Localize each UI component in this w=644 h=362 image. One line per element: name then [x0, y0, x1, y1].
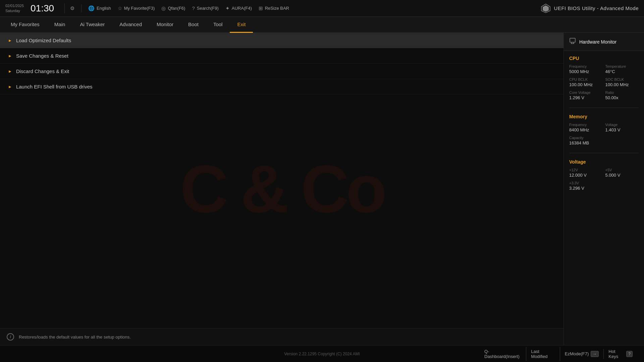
- hw-label-voltage-0-0: +12V: [569, 168, 603, 172]
- hw-row-cpu-1: CPU BCLK 100.00 MHz SOC BCLK 100.00 MHz: [569, 77, 639, 87]
- nav-item-ai-tweaker[interactable]: Ai Tweaker: [72, 17, 112, 33]
- hw-label-cpu-0-1: Temperature: [605, 64, 639, 68]
- qfan-label: Qfan(F6): [168, 6, 185, 11]
- hw-section-voltage: Voltage +12V 12.000 V +5V 5.000 V +3.3V …: [564, 155, 644, 197]
- asus-logo-icon: [541, 3, 551, 13]
- hw-row-memory-0: Frequency 8400 MHz Voltage 1.403 V: [569, 123, 639, 132]
- search-label: Search(F9): [197, 6, 219, 11]
- hw-row-voltage-1: +3.3V 3.296 V: [569, 181, 639, 191]
- hw-cell-memory-0-1: Voltage 1.403 V: [605, 123, 639, 132]
- menu-item-label: Save Changes & Reset: [16, 53, 68, 59]
- gear-icon: ⚙: [70, 5, 74, 11]
- search-icon: ?: [192, 5, 195, 11]
- clock-display: 01:30: [31, 3, 54, 14]
- hw-cell-cpu-2-0: Core Voltage 1.296 V: [569, 90, 603, 100]
- hw-cell-voltage-1-0: +3.3V 3.296 V: [569, 181, 603, 191]
- main-layout: C & Co ►Load Optimized Defaults►Save Cha…: [0, 33, 644, 345]
- globe-icon: 🌐: [88, 5, 95, 11]
- q-dashboard-label: Q-Dashboard(Insert): [484, 349, 521, 359]
- hw-section-divider: [569, 108, 639, 108]
- hw-cell-cpu-0-1: Temperature 46°C: [605, 64, 639, 74]
- hw-section-title-cpu: CPU: [569, 56, 639, 61]
- nav-item-boot[interactable]: Boot: [181, 17, 206, 33]
- menu-arrow-icon: ►: [8, 38, 12, 43]
- aura-tool[interactable]: ✦ AURA(F4): [225, 5, 252, 11]
- hw-monitor-title: Hardware Monitor: [579, 39, 616, 45]
- hw-value-voltage-1-0: 3.296 V: [569, 186, 603, 191]
- last-modified-label: Last Modified: [531, 349, 555, 359]
- footer-buttons: Q-Dashboard(Insert) Last Modified EzMode…: [480, 347, 637, 361]
- hw-value-memory-0-0: 8400 MHz: [569, 127, 603, 132]
- ez-mode-label: EzMode(F7): [565, 351, 589, 356]
- hw-label-voltage-0-1: +5V: [605, 168, 639, 172]
- hw-section-divider: [569, 153, 639, 153]
- hot-keys-button[interactable]: Hot Keys ?: [604, 347, 637, 361]
- myfav-tool[interactable]: ☆ My Favorite(F3): [118, 5, 155, 11]
- menu-item-load-defaults[interactable]: ►Load Optimized Defaults: [0, 33, 564, 48]
- hw-value-cpu-0-1: 46°C: [605, 69, 639, 74]
- logo-datetime: 02/01/2025Saturday 01:30: [5, 3, 59, 14]
- last-modified-button[interactable]: Last Modified: [526, 347, 560, 361]
- hw-value-cpu-1-1: 100.00 MHz: [605, 82, 639, 87]
- hw-cell-memory-1-0: Capacity 16384 MB: [569, 136, 603, 145]
- nav-item-exit[interactable]: Exit: [230, 17, 253, 33]
- hw-section-cpu: CPU Frequency 5000 MHz Temperature 46°C …: [564, 51, 644, 106]
- nav-item-main[interactable]: Main: [47, 17, 73, 33]
- exit-menu-list: ►Load Optimized Defaults►Save Changes & …: [0, 33, 564, 95]
- myfav-label: My Favorite(F3): [124, 6, 155, 11]
- fan-icon: ◎: [161, 5, 166, 11]
- monitor-icon: [569, 38, 576, 46]
- svg-rect-2: [570, 38, 575, 42]
- content-area: C & Co ►Load Optimized Defaults►Save Cha…: [0, 33, 564, 345]
- hw-row-voltage-0: +12V 12.000 V +5V 5.000 V: [569, 168, 639, 178]
- hw-value-voltage-0-0: 12.000 V: [569, 173, 603, 178]
- navigation-bar: My FavoritesMainAi TweakerAdvancedMonito…: [0, 17, 644, 33]
- menu-item-label: Load Optimized Defaults: [16, 38, 71, 43]
- hw-label-memory-1-0: Capacity: [569, 136, 603, 140]
- info-description: Restores/loads the default values for al…: [19, 335, 131, 340]
- hw-value-voltage-0-1: 5.000 V: [605, 173, 639, 178]
- hw-value-cpu-1-0: 100.00 MHz: [569, 82, 603, 87]
- hw-section-memory: Memory Frequency 8400 MHz Voltage 1.403 …: [564, 109, 644, 152]
- resize-bar-tool[interactable]: ⊞ ReSize BAR: [259, 5, 289, 11]
- hw-cell-memory-0-0: Frequency 8400 MHz: [569, 123, 603, 132]
- version-text: Version 2.22.1295 Copyright (C) 2024 AMI: [164, 352, 480, 356]
- hw-label-voltage-1-0: +3.3V: [569, 181, 603, 185]
- language-tool[interactable]: 🌐 English: [88, 5, 111, 11]
- date-text: 02/01/2025Saturday: [5, 3, 24, 13]
- header-tools: ⚙ 🌐 English ☆ My Favorite(F3) ◎ Qfan(F6)…: [70, 4, 541, 12]
- nav-item-monitor[interactable]: Monitor: [149, 17, 181, 33]
- hardware-monitor-panel: Hardware Monitor CPU Frequency 5000 MHz …: [564, 33, 644, 345]
- nav-item-tool[interactable]: Tool: [206, 17, 230, 33]
- hw-label-cpu-1-1: SOC BCLK: [605, 77, 639, 81]
- menu-item-discard-exit[interactable]: ►Discard Changes & Exit: [0, 64, 564, 79]
- menu-arrow-icon: ►: [8, 54, 12, 58]
- hw-cell-cpu-1-0: CPU BCLK 100.00 MHz: [569, 77, 603, 87]
- menu-arrow-icon: ►: [8, 84, 12, 89]
- bios-title-area: UEFI BIOS Utility - Advanced Mode: [541, 3, 639, 13]
- qfan-tool[interactable]: ◎ Qfan(F6): [161, 5, 185, 11]
- nav-item-advanced[interactable]: Advanced: [112, 17, 149, 33]
- datetime-display: 02/01/2025Saturday: [5, 3, 24, 13]
- ez-mode-button[interactable]: EzMode(F7) →: [560, 349, 604, 359]
- settings-tool[interactable]: ⚙: [70, 5, 74, 11]
- menu-arrow-icon: ►: [8, 69, 12, 74]
- nav-items: My FavoritesMainAi TweakerAdvancedMonito…: [3, 17, 253, 32]
- hw-row-cpu-2: Core Voltage 1.296 V Ratio 50.00x: [569, 90, 639, 100]
- hw-label-cpu-1-0: CPU BCLK: [569, 77, 603, 81]
- menu-item-save-reset[interactable]: ►Save Changes & Reset: [0, 48, 564, 64]
- hw-label-cpu-2-1: Ratio: [605, 90, 639, 95]
- menu-item-label: Launch EFI Shell from USB drives: [16, 84, 93, 89]
- hw-label-memory-0-0: Frequency: [569, 123, 603, 127]
- hw-value-memory-1-0: 16384 MB: [569, 140, 603, 145]
- q-dashboard-button[interactable]: Q-Dashboard(Insert): [480, 347, 526, 361]
- resize-icon: ⊞: [259, 5, 263, 11]
- header-bar: 02/01/2025Saturday 01:30 ⚙ 🌐 English ☆ M…: [0, 0, 644, 17]
- hw-cell-cpu-1-1: SOC BCLK 100.00 MHz: [605, 77, 639, 87]
- search-tool[interactable]: ? Search(F9): [192, 5, 218, 11]
- hw-value-cpu-2-0: 1.296 V: [569, 95, 603, 100]
- aura-icon: ✦: [225, 5, 230, 11]
- nav-item-my-favorites[interactable]: My Favorites: [3, 17, 47, 33]
- menu-item-launch-efi[interactable]: ►Launch EFI Shell from USB drives: [0, 79, 564, 95]
- hw-section-title-memory: Memory: [569, 114, 639, 119]
